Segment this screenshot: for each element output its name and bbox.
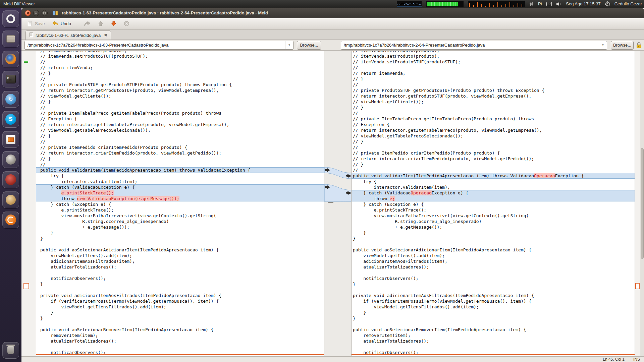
code-line[interactable]: + e.getMessage()); <box>36 224 324 230</box>
code-line[interactable]: public void validarItem(ItemPedidoAprese… <box>36 167 324 173</box>
undo-button[interactable]: Undo <box>49 19 74 28</box>
code-line[interactable]: private void adicionarItemAosFiltrados(I… <box>36 293 324 298</box>
code-line[interactable]: // private ItemTabelaPreco getItemTabela… <box>36 110 324 116</box>
code-line[interactable]: } <box>352 310 635 315</box>
code-line[interactable]: // return itemVenda; <box>352 70 635 76</box>
code-line[interactable]: // <box>352 110 635 116</box>
code-line[interactable]: view.mostrarFalhaIrreversivel(view.getCo… <box>36 213 324 219</box>
code-line[interactable]: public void aoSelecionarRemoverItem(Item… <box>352 327 635 333</box>
code-line[interactable]: adicionarItemAosFiltrados(item); <box>36 258 324 264</box>
code-line[interactable]: // <box>352 167 635 173</box>
code-line[interactable]: // private ProdutoSTUF getProdutoSTUF(Pr… <box>36 82 324 87</box>
code-line[interactable]: atualizarTotalizadores(); <box>36 264 324 270</box>
code-line[interactable]: // } <box>352 76 635 82</box>
code-line[interactable]: // } <box>352 162 635 167</box>
code-line[interactable] <box>352 241 635 247</box>
code-line[interactable]: if (verificarItemPossuiTermo(viewModel.g… <box>36 298 324 304</box>
code-line[interactable] <box>352 270 635 276</box>
save-button[interactable]: Save <box>24 19 48 28</box>
code-line[interactable] <box>36 241 324 247</box>
code-line[interactable]: R.string.ocorreu_algo_inesperado) <box>36 219 324 224</box>
code-line[interactable]: // <box>352 144 635 150</box>
code-line[interactable]: // Exception { <box>352 122 635 127</box>
right-file-combobox[interactable]: /tmp/rabbitvcs-1c7a7b264f/rabbitvcs-2-64… <box>341 41 607 50</box>
code-line[interactable]: // itemVenda.setProduto(produto); <box>352 53 635 59</box>
code-line[interactable]: public void aoSelecionarAdicionarItem(It… <box>352 247 635 253</box>
clock[interactable]: Seg Ago 17 15:37 <box>566 1 600 6</box>
code-line[interactable]: removerItem(item); <box>36 333 324 338</box>
launcher-item-files[interactable] <box>2 31 19 47</box>
code-line[interactable]: viewModel.getItens().add(item); <box>36 253 324 258</box>
code-line[interactable]: } catch (ValidacaoException e) { <box>36 184 324 190</box>
code-line[interactable]: // return interactor.getProdutoSTUF(prod… <box>352 93 635 99</box>
code-line[interactable]: // return interactor.criarItemPedido(pro… <box>36 150 324 156</box>
code-line[interactable]: // <box>352 82 635 87</box>
code-line[interactable]: // <box>36 76 324 82</box>
code-line[interactable] <box>36 344 324 350</box>
code-line[interactable]: viewModel.getItensFiltrados().add(item); <box>36 304 324 310</box>
code-line[interactable]: view.mostrarFalhaIrreversivel(view.getCo… <box>352 213 635 219</box>
code-line[interactable]: + e.getMessage()); <box>352 224 635 230</box>
code-line[interactable]: // <box>36 139 324 144</box>
code-line[interactable] <box>352 287 635 293</box>
window-minimize-button[interactable] <box>33 10 39 16</box>
keyboard-layout-indicator[interactable]: Pt <box>538 1 542 6</box>
code-line[interactable]: R.string.ocorreu_algo_inesperado) <box>352 219 635 224</box>
launcher-item-gimp[interactable] <box>2 151 19 168</box>
session-gear-icon[interactable] <box>605 1 610 6</box>
code-line[interactable] <box>352 344 635 350</box>
launcher-item-ubuntu[interactable] <box>2 10 19 27</box>
code-line[interactable]: } <box>36 310 324 315</box>
code-line[interactable]: // } <box>36 70 324 76</box>
code-line[interactable] <box>36 270 324 276</box>
code-line[interactable]: } <box>352 236 635 241</box>
code-line[interactable]: // private ItemPedido criarItemPedido(Pr… <box>352 150 635 156</box>
code-line[interactable]: } <box>352 230 635 236</box>
code-line[interactable]: // itemVenda.setProdutoSTUF(produtoSTUF)… <box>352 59 635 65</box>
code-line[interactable]: notificarObservers(); <box>352 276 635 281</box>
code-line[interactable]: throw new ValidacaoException(e.getMessag… <box>36 196 324 201</box>
code-line[interactable]: try { <box>352 179 635 184</box>
code-line[interactable]: // viewModel.getCliente()); <box>352 99 635 105</box>
code-line[interactable]: // } <box>352 105 635 110</box>
launcher-item-firefox[interactable] <box>2 51 19 67</box>
code-line[interactable]: interactor.validarItem(item); <box>36 179 324 184</box>
code-line[interactable]: // return interactor.getProdutoSTUF(prod… <box>36 87 324 93</box>
code-line[interactable]: // private ItemTabelaPreco getItemTabela… <box>352 116 635 122</box>
code-line[interactable]: // Exception { <box>36 116 324 122</box>
stop-button[interactable] <box>121 19 132 28</box>
left-code-pane[interactable]: // itemVenda.setProduto(produto);// item… <box>36 51 324 356</box>
code-line[interactable]: // itemVenda.setProdutoSTUF(produtoSTUF)… <box>36 53 324 59</box>
tab-close-icon[interactable]: ✖ <box>104 33 107 38</box>
launcher-item-updater[interactable] <box>2 91 19 108</box>
code-line[interactable]: } <box>352 315 635 321</box>
code-line[interactable]: // itemVenda.setProduto(produto); <box>36 51 324 53</box>
volume-icon[interactable] <box>556 2 561 6</box>
code-line[interactable]: atualizarTotalizadores(); <box>352 264 635 270</box>
code-line[interactable]: // <box>36 59 324 65</box>
code-line[interactable]: } <box>36 281 324 287</box>
code-line[interactable]: // } <box>36 133 324 139</box>
chevron-down-icon[interactable]: ▼ <box>285 41 293 49</box>
code-line[interactable]: viewModel.getItens().add(item); <box>352 253 635 258</box>
code-line[interactable]: } <box>352 281 635 287</box>
chevron-down-icon[interactable]: ▼ <box>599 41 607 49</box>
right-browse-button[interactable]: Browse... <box>611 41 634 50</box>
launcher-item-terminal[interactable] <box>2 71 19 87</box>
code-line[interactable] <box>36 321 324 327</box>
sync-arrows-icon[interactable] <box>529 2 534 6</box>
code-line[interactable]: } <box>36 230 324 236</box>
code-line[interactable]: // private ProdutoSTUF getProdutoSTUF(Pr… <box>352 87 635 93</box>
code-line[interactable]: viewModel.getItensFiltrados().add(item); <box>352 304 635 310</box>
code-line[interactable]: interactor.validarItem(item); <box>352 184 635 190</box>
right-diff-map[interactable] <box>635 51 640 356</box>
code-line[interactable]: // return interactor.getItemTabelaPreco(… <box>36 122 324 127</box>
code-line[interactable]: notificarObservers(); <box>36 276 324 281</box>
code-line[interactable]: // private ItemPedido criarItemPedido(Pr… <box>36 144 324 150</box>
code-line[interactable]: if (verificarItemPossuiTermo(viewModel.g… <box>352 298 635 304</box>
code-line[interactable]: // viewModel.getCliente()); <box>36 93 324 99</box>
left-file-combobox[interactable]: /tmp/rabbitvcs-1c7a7b264f/rabbitvcs-1-63… <box>24 41 293 50</box>
code-line[interactable]: } catch (Exception e) { <box>36 201 324 207</box>
network-activity-graph[interactable] <box>468 1 525 7</box>
code-line[interactable]: atualizarTotalizadores(); <box>352 338 635 344</box>
